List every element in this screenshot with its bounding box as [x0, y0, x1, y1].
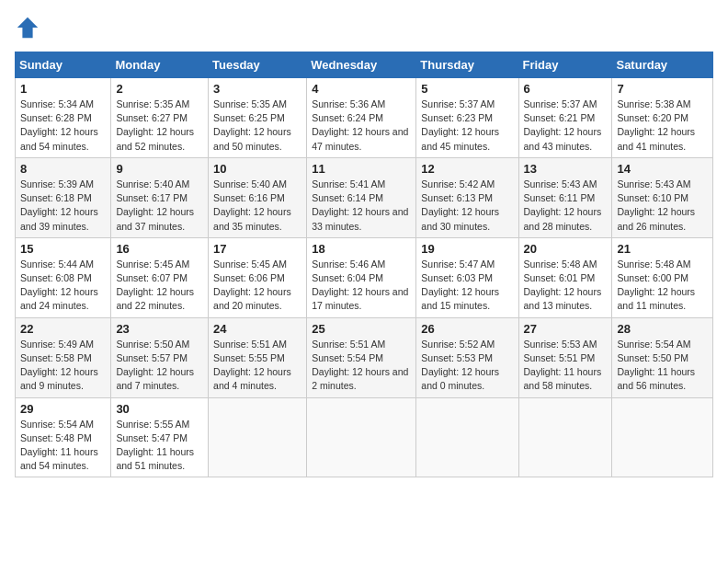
- header-monday: Monday: [111, 52, 209, 78]
- calendar-row-3: 15 Sunrise: 5:44 AMSunset: 6:08 PMDaylig…: [16, 237, 713, 317]
- calendar-cell: 10 Sunrise: 5:40 AMSunset: 6:16 PMDaylig…: [209, 157, 307, 237]
- day-info: Sunrise: 5:52 AMSunset: 5:53 PMDaylight:…: [421, 338, 513, 394]
- day-number: 1: [20, 82, 106, 96]
- calendar-cell: [416, 397, 518, 477]
- day-number: 4: [312, 82, 411, 96]
- day-info: Sunrise: 5:51 AMSunset: 5:54 PMDaylight:…: [312, 338, 411, 394]
- calendar-cell: 6 Sunrise: 5:37 AMSunset: 6:21 PMDayligh…: [518, 78, 612, 158]
- day-info: Sunrise: 5:34 AMSunset: 6:28 PMDaylight:…: [20, 98, 106, 154]
- calendar-cell: 25 Sunrise: 5:51 AMSunset: 5:54 PMDaylig…: [307, 317, 416, 397]
- calendar-cell: [518, 397, 612, 477]
- calendar-cell: 5 Sunrise: 5:37 AMSunset: 6:23 PMDayligh…: [416, 78, 518, 158]
- day-info: Sunrise: 5:54 AMSunset: 5:50 PMDaylight:…: [617, 338, 708, 394]
- calendar-table: SundayMondayTuesdayWednesdayThursdayFrid…: [15, 52, 713, 477]
- calendar-cell: [307, 397, 416, 477]
- calendar-cell: 22 Sunrise: 5:49 AMSunset: 5:58 PMDaylig…: [16, 317, 111, 397]
- day-number: 11: [312, 162, 411, 176]
- header-tuesday: Tuesday: [209, 52, 307, 78]
- calendar-cell: 17 Sunrise: 5:45 AMSunset: 6:06 PMDaylig…: [209, 237, 307, 317]
- day-number: 14: [617, 162, 708, 176]
- calendar-cell: 14 Sunrise: 5:43 AMSunset: 6:10 PMDaylig…: [612, 157, 713, 237]
- day-info: Sunrise: 5:39 AMSunset: 6:18 PMDaylight:…: [20, 178, 106, 234]
- day-info: Sunrise: 5:48 AMSunset: 6:01 PMDaylight:…: [524, 258, 608, 314]
- day-number: 7: [617, 82, 708, 96]
- header-sunday: Sunday: [16, 52, 111, 78]
- header-friday: Friday: [518, 52, 612, 78]
- day-info: Sunrise: 5:45 AMSunset: 6:06 PMDaylight:…: [213, 258, 301, 314]
- day-number: 30: [116, 402, 203, 416]
- calendar-cell: 1 Sunrise: 5:34 AMSunset: 6:28 PMDayligh…: [16, 78, 111, 158]
- day-number: 3: [213, 82, 301, 96]
- calendar-cell: 15 Sunrise: 5:44 AMSunset: 6:08 PMDaylig…: [16, 237, 111, 317]
- calendar-cell: 3 Sunrise: 5:35 AMSunset: 6:25 PMDayligh…: [209, 78, 307, 158]
- calendar-row-5: 29 Sunrise: 5:54 AMSunset: 5:48 PMDaylig…: [16, 397, 713, 477]
- calendar-cell: 19 Sunrise: 5:47 AMSunset: 6:03 PMDaylig…: [416, 237, 518, 317]
- header-wednesday: Wednesday: [307, 52, 416, 78]
- day-info: Sunrise: 5:43 AMSunset: 6:10 PMDaylight:…: [617, 178, 708, 234]
- day-info: Sunrise: 5:35 AMSunset: 6:25 PMDaylight:…: [213, 98, 301, 154]
- svg-marker-0: [17, 17, 38, 38]
- day-info: Sunrise: 5:44 AMSunset: 6:08 PMDaylight:…: [20, 258, 106, 314]
- day-number: 17: [213, 242, 301, 256]
- day-number: 16: [116, 242, 203, 256]
- day-number: 26: [421, 322, 513, 336]
- day-number: 6: [524, 82, 608, 96]
- calendar-cell: 26 Sunrise: 5:52 AMSunset: 5:53 PMDaylig…: [416, 317, 518, 397]
- day-info: Sunrise: 5:55 AMSunset: 5:47 PMDaylight:…: [116, 418, 203, 474]
- calendar-cell: 18 Sunrise: 5:46 AMSunset: 6:04 PMDaylig…: [307, 237, 416, 317]
- day-info: Sunrise: 5:54 AMSunset: 5:48 PMDaylight:…: [20, 418, 106, 474]
- day-info: Sunrise: 5:42 AMSunset: 6:13 PMDaylight:…: [421, 178, 513, 234]
- day-info: Sunrise: 5:49 AMSunset: 5:58 PMDaylight:…: [20, 338, 106, 394]
- day-number: 22: [20, 322, 106, 336]
- day-number: 12: [421, 162, 513, 176]
- day-info: Sunrise: 5:37 AMSunset: 6:23 PMDaylight:…: [421, 98, 513, 154]
- day-info: Sunrise: 5:48 AMSunset: 6:00 PMDaylight:…: [617, 258, 708, 314]
- calendar-cell: 8 Sunrise: 5:39 AMSunset: 6:18 PMDayligh…: [16, 157, 111, 237]
- day-number: 15: [20, 242, 106, 256]
- day-info: Sunrise: 5:51 AMSunset: 5:55 PMDaylight:…: [213, 338, 301, 394]
- day-number: 13: [524, 162, 608, 176]
- calendar-cell: 4 Sunrise: 5:36 AMSunset: 6:24 PMDayligh…: [307, 78, 416, 158]
- calendar-row-4: 22 Sunrise: 5:49 AMSunset: 5:58 PMDaylig…: [16, 317, 713, 397]
- calendar-cell: 30 Sunrise: 5:55 AMSunset: 5:47 PMDaylig…: [111, 397, 209, 477]
- day-info: Sunrise: 5:35 AMSunset: 6:27 PMDaylight:…: [116, 98, 203, 154]
- day-number: 20: [524, 242, 608, 256]
- day-info: Sunrise: 5:41 AMSunset: 6:14 PMDaylight:…: [312, 178, 411, 234]
- day-number: 5: [421, 82, 513, 96]
- calendar-cell: 21 Sunrise: 5:48 AMSunset: 6:00 PMDaylig…: [612, 237, 713, 317]
- header-thursday: Thursday: [416, 52, 518, 78]
- day-number: 9: [116, 162, 203, 176]
- day-number: 23: [116, 322, 203, 336]
- day-info: Sunrise: 5:43 AMSunset: 6:11 PMDaylight:…: [524, 178, 608, 234]
- calendar-row-2: 8 Sunrise: 5:39 AMSunset: 6:18 PMDayligh…: [16, 157, 713, 237]
- calendar-cell: 16 Sunrise: 5:45 AMSunset: 6:07 PMDaylig…: [111, 237, 209, 317]
- logo: [15, 15, 44, 40]
- day-info: Sunrise: 5:46 AMSunset: 6:04 PMDaylight:…: [312, 258, 411, 314]
- calendar-cell: 9 Sunrise: 5:40 AMSunset: 6:17 PMDayligh…: [111, 157, 209, 237]
- header-saturday: Saturday: [612, 52, 713, 78]
- calendar-cell: 11 Sunrise: 5:41 AMSunset: 6:14 PMDaylig…: [307, 157, 416, 237]
- logo-icon: [15, 15, 40, 40]
- day-info: Sunrise: 5:53 AMSunset: 5:51 PMDaylight:…: [524, 338, 608, 394]
- day-number: 18: [312, 242, 411, 256]
- day-info: Sunrise: 5:40 AMSunset: 6:16 PMDaylight:…: [213, 178, 301, 234]
- calendar-row-1: 1 Sunrise: 5:34 AMSunset: 6:28 PMDayligh…: [16, 78, 713, 158]
- calendar-cell: 7 Sunrise: 5:38 AMSunset: 6:20 PMDayligh…: [612, 78, 713, 158]
- day-info: Sunrise: 5:36 AMSunset: 6:24 PMDaylight:…: [312, 98, 411, 154]
- day-info: Sunrise: 5:47 AMSunset: 6:03 PMDaylight:…: [421, 258, 513, 314]
- day-info: Sunrise: 5:45 AMSunset: 6:07 PMDaylight:…: [116, 258, 203, 314]
- day-number: 28: [617, 322, 708, 336]
- day-number: 27: [524, 322, 608, 336]
- day-info: Sunrise: 5:40 AMSunset: 6:17 PMDaylight:…: [116, 178, 203, 234]
- day-info: Sunrise: 5:38 AMSunset: 6:20 PMDaylight:…: [617, 98, 708, 154]
- calendar-cell: 28 Sunrise: 5:54 AMSunset: 5:50 PMDaylig…: [612, 317, 713, 397]
- calendar-cell: 29 Sunrise: 5:54 AMSunset: 5:48 PMDaylig…: [16, 397, 111, 477]
- calendar-cell: 2 Sunrise: 5:35 AMSunset: 6:27 PMDayligh…: [111, 78, 209, 158]
- calendar-cell: 20 Sunrise: 5:48 AMSunset: 6:01 PMDaylig…: [518, 237, 612, 317]
- calendar-cell: [612, 397, 713, 477]
- day-number: 19: [421, 242, 513, 256]
- day-number: 8: [20, 162, 106, 176]
- day-info: Sunrise: 5:50 AMSunset: 5:57 PMDaylight:…: [116, 338, 203, 394]
- day-number: 24: [213, 322, 301, 336]
- calendar-cell: 13 Sunrise: 5:43 AMSunset: 6:11 PMDaylig…: [518, 157, 612, 237]
